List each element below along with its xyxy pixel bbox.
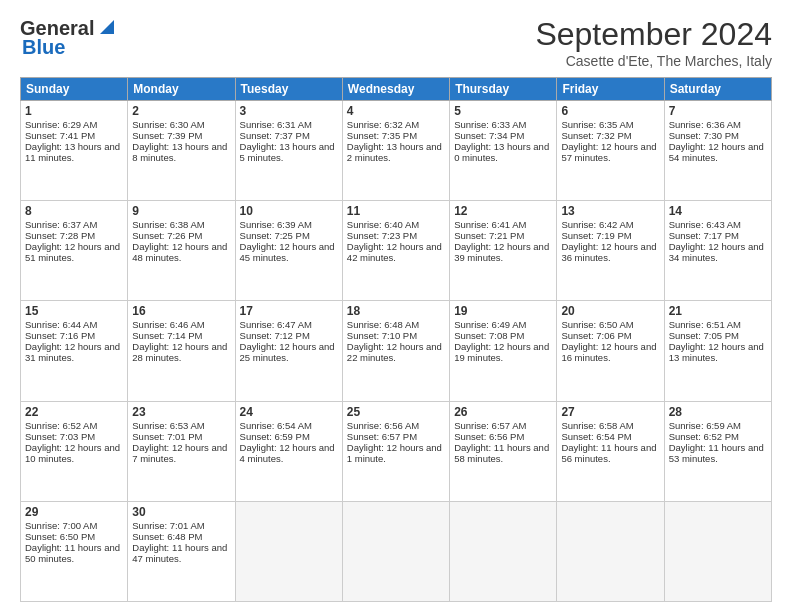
day-info: Sunset: 7:37 PM <box>240 130 338 141</box>
day-number: 8 <box>25 204 123 218</box>
calendar-cell: 5Sunrise: 6:33 AMSunset: 7:34 PMDaylight… <box>450 101 557 201</box>
day-number: 15 <box>25 304 123 318</box>
day-number: 9 <box>132 204 230 218</box>
calendar-cell <box>450 501 557 601</box>
day-info: Sunrise: 6:53 AM <box>132 420 230 431</box>
day-info: Sunset: 7:06 PM <box>561 330 659 341</box>
day-info: Sunrise: 7:01 AM <box>132 520 230 531</box>
day-info: Sunset: 7:34 PM <box>454 130 552 141</box>
day-number: 14 <box>669 204 767 218</box>
column-header-saturday: Saturday <box>664 78 771 101</box>
day-info: Sunset: 7:16 PM <box>25 330 123 341</box>
svg-marker-0 <box>100 20 114 34</box>
day-info: Daylight: 11 hours and 56 minutes. <box>561 442 659 464</box>
day-info: Sunrise: 6:56 AM <box>347 420 445 431</box>
calendar-cell: 10Sunrise: 6:39 AMSunset: 7:25 PMDayligh… <box>235 201 342 301</box>
day-info: Daylight: 13 hours and 11 minutes. <box>25 141 123 163</box>
calendar-cell: 25Sunrise: 6:56 AMSunset: 6:57 PMDayligh… <box>342 401 449 501</box>
day-info: Sunset: 7:08 PM <box>454 330 552 341</box>
day-number: 4 <box>347 104 445 118</box>
day-info: Daylight: 11 hours and 58 minutes. <box>454 442 552 464</box>
title-block: September 2024 Casette d'Ete, The Marche… <box>535 16 772 69</box>
calendar-cell: 21Sunrise: 6:51 AMSunset: 7:05 PMDayligh… <box>664 301 771 401</box>
calendar-cell: 11Sunrise: 6:40 AMSunset: 7:23 PMDayligh… <box>342 201 449 301</box>
calendar-table: SundayMondayTuesdayWednesdayThursdayFrid… <box>20 77 772 602</box>
day-info: Daylight: 12 hours and 34 minutes. <box>669 241 767 263</box>
calendar-cell: 3Sunrise: 6:31 AMSunset: 7:37 PMDaylight… <box>235 101 342 201</box>
day-info: Sunrise: 6:59 AM <box>669 420 767 431</box>
day-number: 13 <box>561 204 659 218</box>
logo-blue: Blue <box>22 36 65 59</box>
calendar-week-4: 22Sunrise: 6:52 AMSunset: 7:03 PMDayligh… <box>21 401 772 501</box>
day-number: 29 <box>25 505 123 519</box>
day-info: Daylight: 11 hours and 53 minutes. <box>669 442 767 464</box>
calendar-cell: 19Sunrise: 6:49 AMSunset: 7:08 PMDayligh… <box>450 301 557 401</box>
calendar-cell: 13Sunrise: 6:42 AMSunset: 7:19 PMDayligh… <box>557 201 664 301</box>
day-info: Sunset: 7:14 PM <box>132 330 230 341</box>
day-info: Sunset: 7:25 PM <box>240 230 338 241</box>
day-info: Sunrise: 6:48 AM <box>347 319 445 330</box>
day-info: Sunset: 6:52 PM <box>669 431 767 442</box>
logo: General Blue <box>20 16 118 59</box>
day-info: Sunrise: 6:35 AM <box>561 119 659 130</box>
day-info: Sunrise: 6:29 AM <box>25 119 123 130</box>
calendar-cell: 8Sunrise: 6:37 AMSunset: 7:28 PMDaylight… <box>21 201 128 301</box>
header: General Blue September 2024 Casette d'Et… <box>20 16 772 69</box>
day-info: Sunset: 6:57 PM <box>347 431 445 442</box>
day-number: 21 <box>669 304 767 318</box>
day-info: Daylight: 12 hours and 36 minutes. <box>561 241 659 263</box>
day-info: Daylight: 12 hours and 51 minutes. <box>25 241 123 263</box>
day-info: Daylight: 11 hours and 50 minutes. <box>25 542 123 564</box>
calendar-cell: 4Sunrise: 6:32 AMSunset: 7:35 PMDaylight… <box>342 101 449 201</box>
day-info: Sunset: 7:03 PM <box>25 431 123 442</box>
day-info: Daylight: 12 hours and 7 minutes. <box>132 442 230 464</box>
day-number: 17 <box>240 304 338 318</box>
day-info: Daylight: 13 hours and 5 minutes. <box>240 141 338 163</box>
column-header-monday: Monday <box>128 78 235 101</box>
calendar-cell: 28Sunrise: 6:59 AMSunset: 6:52 PMDayligh… <box>664 401 771 501</box>
day-info: Sunset: 7:39 PM <box>132 130 230 141</box>
column-header-sunday: Sunday <box>21 78 128 101</box>
calendar-cell: 12Sunrise: 6:41 AMSunset: 7:21 PMDayligh… <box>450 201 557 301</box>
calendar-cell: 24Sunrise: 6:54 AMSunset: 6:59 PMDayligh… <box>235 401 342 501</box>
day-number: 27 <box>561 405 659 419</box>
calendar-week-3: 15Sunrise: 6:44 AMSunset: 7:16 PMDayligh… <box>21 301 772 401</box>
day-info: Sunset: 7:30 PM <box>669 130 767 141</box>
day-number: 22 <box>25 405 123 419</box>
day-number: 2 <box>132 104 230 118</box>
day-info: Sunrise: 6:32 AM <box>347 119 445 130</box>
calendar-cell: 17Sunrise: 6:47 AMSunset: 7:12 PMDayligh… <box>235 301 342 401</box>
calendar-body: 1Sunrise: 6:29 AMSunset: 7:41 PMDaylight… <box>21 101 772 602</box>
calendar-cell: 27Sunrise: 6:58 AMSunset: 6:54 PMDayligh… <box>557 401 664 501</box>
day-info: Daylight: 12 hours and 22 minutes. <box>347 341 445 363</box>
day-info: Daylight: 12 hours and 45 minutes. <box>240 241 338 263</box>
day-info: Sunset: 7:10 PM <box>347 330 445 341</box>
day-info: Sunrise: 6:57 AM <box>454 420 552 431</box>
day-number: 30 <box>132 505 230 519</box>
day-number: 6 <box>561 104 659 118</box>
calendar-cell <box>235 501 342 601</box>
day-info: Sunset: 7:23 PM <box>347 230 445 241</box>
day-info: Sunset: 7:01 PM <box>132 431 230 442</box>
day-number: 24 <box>240 405 338 419</box>
calendar-cell: 2Sunrise: 6:30 AMSunset: 7:39 PMDaylight… <box>128 101 235 201</box>
calendar-week-5: 29Sunrise: 7:00 AMSunset: 6:50 PMDayligh… <box>21 501 772 601</box>
day-info: Daylight: 11 hours and 47 minutes. <box>132 542 230 564</box>
logo-icon <box>96 16 118 38</box>
day-info: Sunset: 7:12 PM <box>240 330 338 341</box>
day-number: 28 <box>669 405 767 419</box>
calendar-cell: 22Sunrise: 6:52 AMSunset: 7:03 PMDayligh… <box>21 401 128 501</box>
calendar-cell: 30Sunrise: 7:01 AMSunset: 6:48 PMDayligh… <box>128 501 235 601</box>
calendar-cell: 20Sunrise: 6:50 AMSunset: 7:06 PMDayligh… <box>557 301 664 401</box>
column-header-tuesday: Tuesday <box>235 78 342 101</box>
day-info: Sunrise: 6:58 AM <box>561 420 659 431</box>
day-info: Daylight: 13 hours and 8 minutes. <box>132 141 230 163</box>
page: General Blue September 2024 Casette d'Et… <box>0 0 792 612</box>
calendar-header-row: SundayMondayTuesdayWednesdayThursdayFrid… <box>21 78 772 101</box>
day-info: Sunrise: 6:42 AM <box>561 219 659 230</box>
day-number: 5 <box>454 104 552 118</box>
calendar-cell: 23Sunrise: 6:53 AMSunset: 7:01 PMDayligh… <box>128 401 235 501</box>
day-info: Sunrise: 6:38 AM <box>132 219 230 230</box>
calendar-cell: 16Sunrise: 6:46 AMSunset: 7:14 PMDayligh… <box>128 301 235 401</box>
day-number: 25 <box>347 405 445 419</box>
